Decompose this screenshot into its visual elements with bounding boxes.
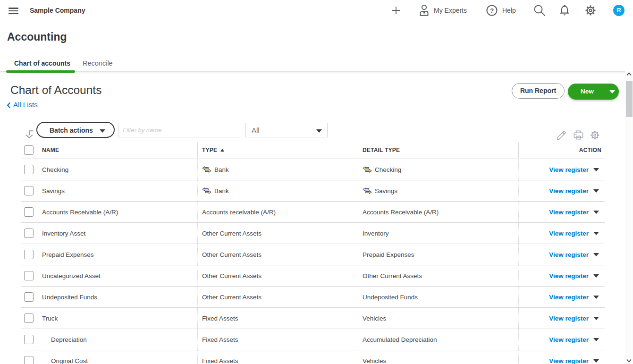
svg-text:?: ? xyxy=(490,7,494,14)
